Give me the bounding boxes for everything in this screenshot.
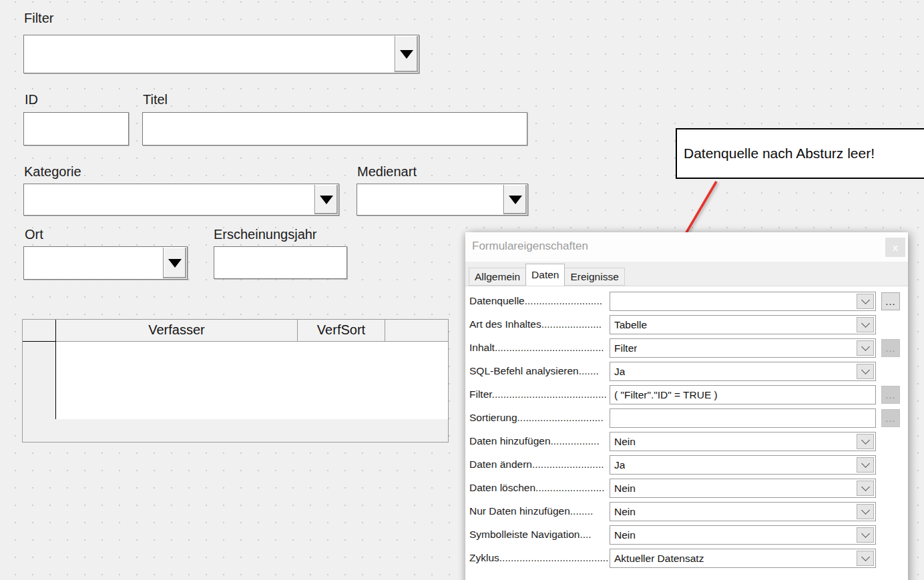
dialog-title: Formulareigenschaften: [472, 240, 588, 253]
field-value: Tabelle: [610, 319, 647, 331]
chevron-down-icon[interactable]: [857, 457, 874, 473]
field-value: Nein: [610, 529, 636, 541]
field-value: Ja: [610, 366, 625, 378]
nur-daten-hinzufuegen-combobox[interactable]: Nein: [610, 502, 876, 521]
sortierung-input[interactable]: [610, 408, 876, 428]
row-header-stub[interactable]: [23, 320, 56, 342]
property-label: Symbolleiste Navigation....: [469, 529, 608, 541]
property-label: Nur Daten hinzufügen........: [469, 505, 608, 517]
tab-daten[interactable]: Daten: [525, 264, 565, 286]
chevron-down-icon[interactable]: [857, 504, 874, 519]
chevron-down-icon[interactable]: [857, 527, 874, 543]
property-row-sql-befehl-analysieren: SQL-Befehl analysieren....... Ja: [465, 362, 908, 381]
chevron-glyph: [861, 366, 870, 374]
property-row-symbolleiste-navigation: Symbolleiste Navigation.... Nein: [465, 525, 908, 545]
datenquelle-combobox[interactable]: [610, 292, 876, 311]
zyklus-combobox[interactable]: Aktueller Datensatz: [610, 549, 876, 568]
daten-loeschen-combobox[interactable]: Nein: [610, 479, 876, 498]
field-value: Ja: [610, 459, 625, 471]
art-des-inhaltes-combobox[interactable]: Tabelle: [610, 315, 876, 334]
property-row-sortierung: Sortierung..............................…: [465, 408, 908, 428]
close-icon[interactable]: x: [885, 238, 905, 257]
daten-aendern-combobox[interactable]: Ja: [610, 455, 876, 475]
chevron-down-icon[interactable]: [857, 340, 874, 356]
titel-input[interactable]: [142, 112, 527, 146]
inhalt-combobox[interactable]: Filter: [610, 338, 876, 358]
chevron-glyph: [861, 506, 870, 515]
column-header-verfasser[interactable]: Verfasser: [56, 320, 298, 342]
filter-criteria-input[interactable]: ( "Filter"."ID" = TRUE ): [610, 385, 876, 404]
table-grid-empty-rows[interactable]: [56, 342, 448, 419]
property-label: Inhalt..................................…: [469, 342, 608, 354]
dropdown-button[interactable]: [314, 185, 338, 214]
tab-allgemein[interactable]: Allgemein: [469, 268, 526, 286]
dropdown-arrow-icon: [168, 259, 182, 268]
property-label: Daten hinzufügen.................: [469, 435, 608, 447]
property-row-inhalt: Inhalt..................................…: [465, 338, 908, 358]
chevron-glyph: [861, 436, 870, 445]
chevron-down-icon[interactable]: [857, 481, 874, 496]
field-value: Aktueller Datensatz: [610, 553, 704, 565]
property-label: Datenquelle...........................: [469, 295, 608, 307]
filter-label: Filter: [24, 11, 53, 26]
field-value: ( "Filter"."ID" = TRUE ): [610, 389, 718, 401]
chevron-glyph: [861, 459, 870, 468]
chevron-glyph: [861, 342, 870, 351]
tab-ereignisse[interactable]: Ereignisse: [564, 268, 624, 286]
chevron-down-icon[interactable]: [857, 294, 874, 309]
chevron-down-icon[interactable]: [857, 434, 874, 449]
row-header-column: [23, 342, 56, 419]
dropdown-arrow-icon: [509, 196, 522, 204]
verfasser-table-grid[interactable]: Verfasser VerfSort: [22, 319, 449, 443]
dropdown-button[interactable]: [395, 36, 418, 72]
ort-combobox[interactable]: [23, 246, 188, 280]
daten-hinzufuegen-combobox[interactable]: Nein: [610, 432, 876, 451]
dialog-tab-bar: Allgemein Daten Ereignisse: [469, 264, 624, 286]
property-row-zyklus: Zyklus..................................…: [465, 549, 908, 568]
chevron-glyph: [861, 483, 870, 491]
property-row-daten-hinzufuegen: Daten hinzufügen................. Nein: [465, 432, 908, 451]
filter-combobox[interactable]: [23, 35, 419, 73]
daten-tab-page: Datenquelle........................... .…: [465, 286, 908, 580]
field-value: Nein: [610, 483, 636, 495]
property-label: Filter..................................…: [469, 388, 608, 400]
property-label: Sortierung..............................: [469, 412, 608, 424]
chevron-glyph: [861, 553, 870, 561]
property-label: SQL-Befehl analysieren.......: [469, 365, 608, 377]
chevron-down-icon[interactable]: [857, 551, 874, 566]
dropdown-button[interactable]: [503, 185, 527, 214]
filter-more-button: ...: [881, 386, 900, 404]
medienart-combobox[interactable]: [357, 184, 528, 216]
property-label: Daten ändern.........................: [469, 459, 608, 471]
id-label: ID: [25, 92, 38, 107]
property-label: Art des Inhaltes.....................: [469, 318, 608, 330]
erscheinungsjahr-input[interactable]: [214, 246, 347, 279]
column-header-verfsort[interactable]: VerfSort: [298, 320, 385, 342]
inhalt-more-button: ...: [881, 339, 900, 357]
chevron-glyph: [861, 296, 870, 304]
formulareigenschaften-dialog: Formulareigenschaften x Allgemein Daten …: [465, 232, 908, 580]
annotation-text: Datenquelle nach Absturz leer!: [677, 146, 875, 162]
titel-label: Titel: [143, 92, 168, 107]
symbolleiste-navigation-combobox[interactable]: Nein: [610, 525, 876, 545]
table-grid-header: Verfasser VerfSort: [23, 320, 448, 342]
dropdown-button[interactable]: [163, 248, 186, 278]
chevron-down-icon[interactable]: [857, 364, 874, 379]
dialog-titlebar[interactable]: Formulareigenschaften x: [465, 232, 908, 262]
column-header-empty[interactable]: [385, 320, 448, 342]
kategorie-combobox[interactable]: [23, 184, 339, 216]
property-label: Zyklus..................................…: [469, 552, 608, 564]
field-value: Filter: [610, 342, 637, 354]
sql-befehl-analysieren-combobox[interactable]: Ja: [610, 362, 876, 381]
medienart-label: Medienart: [357, 164, 417, 180]
property-row-daten-loeschen: Daten löschen........................ Ne…: [465, 479, 908, 498]
datenquelle-more-button[interactable]: ...: [881, 292, 900, 310]
ort-label: Ort: [25, 227, 43, 242]
id-input[interactable]: [23, 112, 129, 146]
annotation-callout: Datenquelle nach Absturz leer!: [676, 128, 924, 179]
property-label: Daten löschen........................: [469, 482, 608, 494]
dropdown-arrow-icon: [400, 50, 413, 59]
property-row-art-des-inhaltes: Art des Inhaltes..................... Ta…: [465, 315, 908, 334]
dropdown-arrow-icon: [320, 196, 333, 204]
chevron-down-icon[interactable]: [857, 317, 874, 332]
